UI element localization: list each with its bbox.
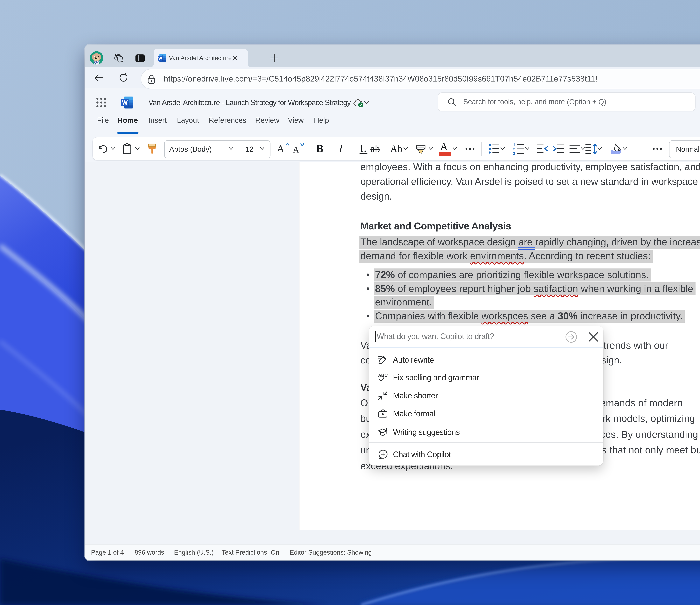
svg-text:1: 1 [513, 142, 515, 147]
svg-text:2: 2 [513, 147, 515, 151]
svg-text:ABC: ABC [378, 373, 388, 378]
svg-text:3: 3 [513, 151, 515, 155]
